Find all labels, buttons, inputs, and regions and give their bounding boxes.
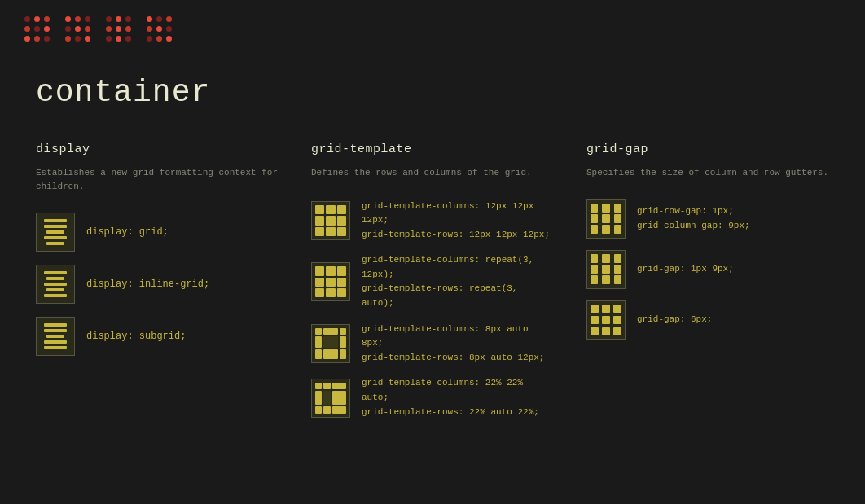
display-grid-label: display: grid; [86,226,169,238]
grid-template-section-title: grid-template [311,142,554,156]
section-grid-gap: grid-gap Specifies the size of column an… [586,142,829,431]
page-title: container [0,59,865,118]
logo-letter-r [65,16,91,42]
grid-gap-label-3: grid-gap: 6px; [637,313,712,327]
display-subgrid-item: display: subgrid; [36,317,279,356]
display-section-title: display [36,142,279,156]
logo-letter-d [147,16,173,42]
grid-gap-section-title: grid-gap [586,142,829,156]
grid-template-preview-1 [311,201,350,240]
display-subgrid-label: display: subgrid; [86,331,186,342]
logo-letter-g [24,16,50,42]
grid-gap-label-2: grid-gap: 1px 9px; [637,262,734,277]
grid-gap-item-2: grid-gap: 1px 9px; [586,250,829,289]
grid-template-label-4: grid-template-columns: 22% 22% auto; gri… [362,376,554,419]
grid-template-preview-4 [311,379,350,418]
grid-template-label-1: grid-template-columns: 12px 12px 12px; g… [362,199,554,243]
grid-template-item-4: grid-template-columns: 22% 22% auto; gri… [311,376,554,419]
section-grid-template: grid-template Defines the rows and colum… [311,142,586,431]
display-grid-item: display: grid; [36,213,279,252]
grid-template-section-desc: Defines the rows and columns of the grid… [311,166,554,180]
display-inline-grid-label: display: inline-grid; [86,278,209,290]
display-inline-grid-item: display: inline-grid; [36,265,279,304]
logo [24,16,841,42]
grid-gap-preview-3 [586,300,626,340]
grid-template-item-3: grid-template-columns: 8px auto 8px; gri… [311,322,554,366]
display-subgrid-icon [36,317,75,356]
section-display: display Establishes a new grid formattin… [36,142,311,431]
main-content: display Establishes a new grid formattin… [0,118,865,455]
grid-gap-label-1: grid-row-gap: 1px; grid-column-gap: 9px; [637,204,750,233]
grid-template-preview-2 [311,262,350,301]
grid-template-item-1: grid-template-columns: 12px 12px 12px; g… [311,199,554,243]
logo-letter-i [106,16,132,42]
grid-gap-item-1: grid-row-gap: 1px; grid-column-gap: 9px; [586,199,829,239]
grid-gap-preview-2 [586,250,626,289]
grid-template-label-2: grid-template-columns: repeat(3, 12px); … [362,253,554,310]
display-inline-grid-icon [36,265,75,304]
grid-gap-item-3: grid-gap: 6px; [586,300,829,340]
grid-gap-preview-1 [586,199,626,239]
grid-gap-section-desc: Specifies the size of column and row gut… [586,166,829,180]
display-grid-icon [36,213,75,252]
logo-area [0,0,865,59]
grid-template-preview-3 [311,324,350,363]
grid-template-label-3: grid-template-columns: 8px auto 8px; gri… [362,322,554,366]
display-section-desc: Establishes a new grid formatting contex… [36,166,279,193]
grid-template-item-2: grid-template-columns: repeat(3, 12px); … [311,253,554,310]
